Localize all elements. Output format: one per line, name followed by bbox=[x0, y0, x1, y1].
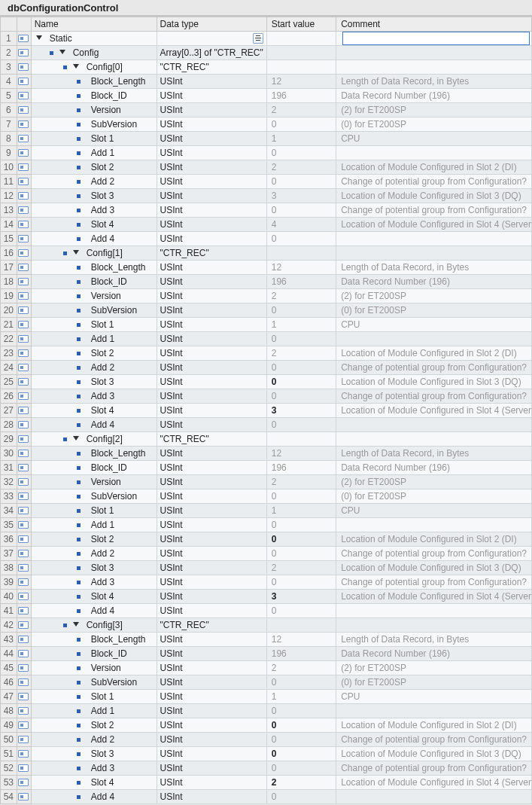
type-cell[interactable]: USInt bbox=[157, 375, 266, 389]
start-value-cell[interactable]: 0 bbox=[266, 718, 336, 733]
type-cell[interactable]: USInt bbox=[157, 117, 266, 132]
row-number[interactable]: 54 bbox=[1, 790, 17, 804]
row-number[interactable]: 16 bbox=[1, 246, 17, 261]
type-cell[interactable]: USInt bbox=[157, 332, 266, 346]
table-row[interactable]: 28Add 4USInt0 bbox=[1, 418, 532, 432]
comment-cell[interactable] bbox=[336, 518, 532, 532]
name-cell[interactable]: Slot 3 bbox=[31, 747, 157, 761]
start-value-cell[interactable]: 0 bbox=[266, 518, 336, 532]
start-value-cell[interactable]: 12 bbox=[266, 633, 336, 647]
start-value-cell[interactable]: 1 bbox=[266, 504, 336, 518]
row-number[interactable]: 32 bbox=[1, 475, 17, 489]
comment-cell[interactable]: (2) for ET200SP bbox=[336, 289, 532, 303]
type-cell[interactable]: USInt bbox=[157, 475, 266, 489]
header-comment[interactable]: Comment bbox=[336, 17, 532, 32]
type-cell[interactable]: USInt bbox=[157, 103, 266, 117]
name-cell[interactable]: Block_Length bbox=[31, 261, 157, 275]
table-row[interactable]: 14Slot 4USInt4Location of Module Configu… bbox=[1, 218, 532, 232]
name-cell[interactable]: Add 3 bbox=[31, 203, 157, 218]
row-number[interactable]: 7 bbox=[1, 117, 17, 132]
table-row[interactable]: 45VersionUSInt2(2) for ET200SP bbox=[1, 661, 532, 675]
name-cell[interactable]: Config[0] bbox=[31, 60, 157, 75]
name-cell[interactable]: Slot 2 bbox=[31, 160, 157, 175]
start-value-cell[interactable]: 4 bbox=[266, 218, 336, 232]
comment-cell[interactable]: Data Record Number (196) bbox=[336, 89, 532, 103]
table-row[interactable]: 42Config[3]"CTR_REC" bbox=[1, 618, 532, 633]
table-row[interactable]: 46SubVersionUSInt0(0) for ET200SP bbox=[1, 675, 532, 690]
type-cell[interactable]: "CTR_REC" bbox=[157, 246, 266, 261]
type-cell[interactable] bbox=[157, 32, 266, 46]
table-row[interactable]: 24Add 2USInt0Change of potential group f… bbox=[1, 361, 532, 375]
type-cell[interactable]: USInt bbox=[157, 289, 266, 303]
row-number[interactable]: 49 bbox=[1, 718, 17, 733]
start-value-cell[interactable]: 0 bbox=[266, 761, 336, 776]
name-cell[interactable]: Block_ID bbox=[31, 647, 157, 661]
row-number[interactable]: 24 bbox=[1, 361, 17, 375]
row-number[interactable]: 4 bbox=[1, 75, 17, 89]
table-row[interactable]: 48Add 1USInt0 bbox=[1, 704, 532, 718]
start-value-cell[interactable]: 2 bbox=[266, 776, 336, 790]
table-row[interactable]: 44Block_IDUSInt196Data Record Number (19… bbox=[1, 647, 532, 661]
row-number[interactable]: 52 bbox=[1, 761, 17, 776]
comment-cell[interactable] bbox=[336, 418, 532, 432]
comment-cell[interactable]: Location of Module Configured in Slot 3 … bbox=[336, 189, 532, 203]
table-row[interactable]: 41Add 4USInt0 bbox=[1, 604, 532, 618]
row-number[interactable]: 21 bbox=[1, 318, 17, 332]
name-cell[interactable]: Block_Length bbox=[31, 75, 157, 89]
comment-cell[interactable]: Length of Data Record, in Bytes bbox=[336, 75, 532, 89]
table-row[interactable]: 12Slot 3USInt3Location of Module Configu… bbox=[1, 189, 532, 203]
name-cell[interactable]: Slot 1 bbox=[31, 318, 157, 332]
table-row[interactable]: 1Static bbox=[1, 32, 532, 46]
row-number[interactable]: 41 bbox=[1, 604, 17, 618]
start-value-cell[interactable] bbox=[266, 32, 336, 46]
type-cell[interactable]: USInt bbox=[157, 361, 266, 375]
name-cell[interactable]: Add 4 bbox=[31, 790, 157, 804]
start-value-cell[interactable]: 12 bbox=[266, 261, 336, 275]
start-value-cell[interactable]: 0 bbox=[266, 175, 336, 189]
comment-cell[interactable] bbox=[336, 604, 532, 618]
row-number[interactable]: 11 bbox=[1, 175, 17, 189]
table-row[interactable]: 29Config[2]"CTR_REC" bbox=[1, 432, 532, 447]
name-cell[interactable]: Slot 3 bbox=[31, 189, 157, 203]
comment-cell[interactable] bbox=[336, 704, 532, 718]
name-cell[interactable]: Add 3 bbox=[31, 761, 157, 776]
comment-cell[interactable]: CPU bbox=[336, 318, 532, 332]
comment-cell[interactable]: Change of potential group from Configura… bbox=[336, 733, 532, 747]
row-number[interactable]: 30 bbox=[1, 447, 17, 461]
header-name[interactable]: Name bbox=[31, 17, 157, 32]
name-cell[interactable]: Slot 3 bbox=[31, 375, 157, 389]
name-cell[interactable]: Slot 2 bbox=[31, 718, 157, 733]
expand-icon[interactable] bbox=[73, 622, 79, 628]
table-row[interactable]: 35Add 1USInt0 bbox=[1, 518, 532, 532]
type-cell[interactable]: "CTR_REC" bbox=[157, 60, 266, 75]
expand-icon[interactable] bbox=[73, 436, 79, 442]
comment-cell[interactable]: Length of Data Record, in Bytes bbox=[336, 447, 532, 461]
type-cell[interactable]: USInt bbox=[157, 346, 266, 361]
start-value-cell[interactable]: 0 bbox=[266, 575, 336, 590]
row-number[interactable]: 27 bbox=[1, 404, 17, 418]
name-cell[interactable]: Version bbox=[31, 289, 157, 303]
table-row[interactable]: 11Add 2USInt0Change of potential group f… bbox=[1, 175, 532, 189]
type-picker-button[interactable] bbox=[253, 33, 263, 44]
start-value-cell[interactable]: 0 bbox=[266, 532, 336, 547]
start-value-cell[interactable]: 0 bbox=[266, 675, 336, 690]
row-number[interactable]: 3 bbox=[1, 60, 17, 75]
name-cell[interactable]: Slot 4 bbox=[31, 590, 157, 604]
table-row[interactable]: 30Block_LengthUSInt12Length of Data Reco… bbox=[1, 447, 532, 461]
row-number[interactable]: 46 bbox=[1, 675, 17, 690]
start-value-cell[interactable]: 0 bbox=[266, 747, 336, 761]
table-row[interactable]: 8Slot 1USInt1CPU bbox=[1, 132, 532, 146]
table-row[interactable]: 22Add 1USInt0 bbox=[1, 332, 532, 346]
table-row[interactable]: 26Add 3USInt0Change of potential group f… bbox=[1, 389, 532, 404]
type-cell[interactable]: USInt bbox=[157, 203, 266, 218]
name-cell[interactable]: Add 3 bbox=[31, 575, 157, 590]
name-cell[interactable]: Add 3 bbox=[31, 389, 157, 404]
type-cell[interactable]: USInt bbox=[157, 261, 266, 275]
row-number[interactable]: 1 bbox=[1, 32, 17, 46]
start-value-cell[interactable]: 0 bbox=[266, 389, 336, 404]
name-cell[interactable]: Slot 1 bbox=[31, 132, 157, 146]
start-value-cell[interactable]: 3 bbox=[266, 590, 336, 604]
row-number[interactable]: 10 bbox=[1, 160, 17, 175]
comment-cell[interactable]: Location of Module Configured in Slot 3 … bbox=[336, 561, 532, 575]
table-row[interactable]: 9Add 1USInt0 bbox=[1, 146, 532, 160]
